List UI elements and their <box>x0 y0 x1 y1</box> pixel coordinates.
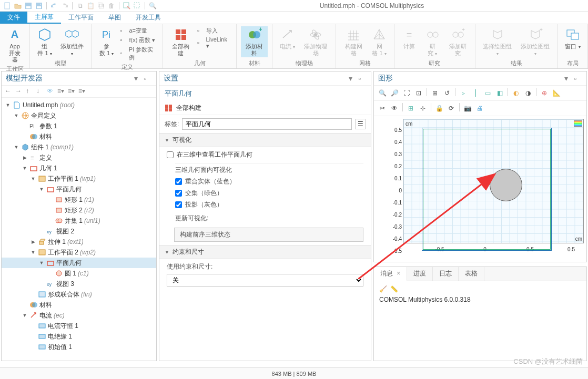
tree-show-icon[interactable]: 👁 <box>47 87 55 96</box>
tree-node[interactable]: ▼平面几何 <box>2 258 156 268</box>
tab-table[interactable]: 表格 <box>459 267 484 281</box>
tree-node[interactable]: ▼组件 1(comp1) <box>2 142 156 152</box>
ribbon-build-all[interactable]: 全部构建 <box>167 26 194 57</box>
zoom-ext-icon[interactable]: ⊡ <box>413 88 424 98</box>
tree-node[interactable]: 材料 <box>2 300 156 310</box>
snap-icon[interactable]: ⊕ <box>539 88 550 98</box>
find-icon[interactable]: 🔍 <box>148 2 157 10</box>
tree-prev-icon[interactable]: ← <box>5 87 13 96</box>
lock-icon[interactable]: 🔒 <box>434 103 444 114</box>
tree-node[interactable]: xy视图 3 <box>2 279 156 289</box>
tab-home[interactable]: 主屏幕 <box>27 12 61 24</box>
delete-icon[interactable]: 🗑 <box>107 2 116 10</box>
build-all-label[interactable]: 全部构建 <box>176 104 201 112</box>
zoom-sel-icon[interactable] <box>133 2 141 10</box>
axes-icon[interactable]: ⊹ <box>418 103 428 114</box>
light-icon[interactable]: ◐ <box>511 88 521 98</box>
open-icon[interactable] <box>14 2 22 10</box>
ribbon-small-pi-s[interactable]: ▫Pi 参数实例 <box>119 45 158 62</box>
ribbon-calc[interactable]: =计算 <box>399 26 420 51</box>
ribbon-small-import[interactable]: ▫导入 <box>196 26 232 35</box>
ribbon-plot-add[interactable]: +添加绘图组 ▾ <box>518 26 553 57</box>
new-icon[interactable] <box>3 2 12 10</box>
tree-node[interactable]: 形成联合体(fin) <box>2 289 156 300</box>
tree-node[interactable]: 材料 <box>2 131 156 142</box>
tree-opt3-icon[interactable]: ≡▾ <box>78 87 87 96</box>
tree-node[interactable]: 矩形 1(r1) <box>2 194 156 205</box>
chk-solid[interactable]: 重合实体（蓝色） <box>175 177 363 186</box>
ribbon-cubes[interactable]: 添加组件 ▾ <box>57 26 87 57</box>
tree-down-icon[interactable]: ↓ <box>36 87 45 96</box>
chk-intersection[interactable]: 交集（绿色） <box>175 189 363 198</box>
tree-node[interactable]: ▼工作平面 1(wp1) <box>2 173 156 184</box>
tree-opt1-icon[interactable]: ≡▾ <box>57 87 66 96</box>
undo-icon[interactable] <box>50 2 58 10</box>
settings-pin-icon[interactable]: ▫ <box>358 74 367 83</box>
print-icon[interactable]: 🖨 <box>474 103 485 114</box>
ribbon-cube-blue[interactable]: 组件 1 ▾ <box>34 26 55 57</box>
tree-node[interactable]: 圆 1(c1) <box>2 268 156 279</box>
hide-icon[interactable]: 👁 <box>389 103 400 114</box>
tree-node[interactable]: 矩形 2(r2) <box>2 205 156 216</box>
gfx-menu-icon[interactable]: ▾ <box>564 74 573 83</box>
tree-node[interactable]: ▼工作平面 2(wp2) <box>2 247 156 258</box>
copy-icon[interactable]: ⧉ <box>76 2 84 10</box>
update-vis-button[interactable]: 构建前序三维状态 <box>174 228 363 242</box>
paste-icon[interactable]: 📋 <box>86 2 95 10</box>
section-constraints[interactable]: ▼约束和尺寸 <box>159 245 371 259</box>
tab-file[interactable]: 文件 <box>0 12 27 24</box>
dup-icon[interactable]: ⿻ <box>97 2 105 10</box>
ribbon-app-a[interactable]: AApp开发器 <box>4 26 25 64</box>
tree-node[interactable]: ▼电流(ec) <box>2 310 156 321</box>
broom-icon[interactable]: 🧹 <box>379 285 387 293</box>
tree-next-icon[interactable]: → <box>15 87 24 96</box>
sel-edge-icon[interactable]: ⎮ <box>470 88 481 98</box>
trans-icon[interactable]: ◑ <box>523 88 533 98</box>
section-visualization[interactable]: ▼可视化 <box>159 133 371 147</box>
ribbon-small-fx[interactable]: ▫f(x) 函数 ▾ <box>119 36 158 45</box>
tree-node[interactable]: ▶拉伸 1(ext1) <box>2 237 156 247</box>
refresh-icon[interactable]: ⟳ <box>446 103 457 114</box>
tab-devtools[interactable]: 开发工具 <box>128 12 168 24</box>
sel-face-icon[interactable]: ▭ <box>482 88 493 98</box>
ribbon-add-mat[interactable]: +添加材料 <box>241 26 268 57</box>
model-tree[interactable]: ▼Untitled.mph(root)▼全局定义Pi参数 1材料▼组件 1(co… <box>2 98 156 361</box>
panel-pin-icon[interactable]: ▫ <box>144 74 152 83</box>
tree-node[interactable]: 初始值 1 <box>2 342 156 352</box>
zoom-in-icon[interactable]: 🔍 <box>377 88 388 98</box>
tab-sketch[interactable]: 草图 <box>101 12 128 24</box>
tree-node[interactable]: Pi参数 1 <box>2 121 156 131</box>
clip-icon[interactable]: ✂ <box>377 103 388 114</box>
tree-node[interactable]: ▼全局定义 <box>2 110 156 121</box>
ribbon-mesh-tri[interactable]: 网格 1 ▾ <box>369 26 390 57</box>
ribbon-pi[interactable]: Pi参数 1 ▾ <box>96 26 117 57</box>
tag-edit-icon[interactable]: ☰ <box>355 119 366 129</box>
ribbon-study[interactable]: 研究 ▾ <box>422 26 443 57</box>
redo-icon[interactable] <box>60 2 69 10</box>
ribbon-small-var[interactable]: ▫a=变量 <box>119 26 158 35</box>
tab-messages[interactable]: 消息 × <box>374 267 407 281</box>
tag-input[interactable] <box>182 118 352 130</box>
ribbon-mesh[interactable]: 构建网格 <box>340 26 367 57</box>
ruler-icon[interactable]: 📏 <box>390 285 398 293</box>
tab-progress[interactable]: 进度 <box>407 267 433 281</box>
ribbon-current[interactable]: 电流 ▾ <box>277 26 298 51</box>
ribbon-add-phys[interactable]: 添加物理场 <box>300 26 331 57</box>
tree-node[interactable]: ▼几何 1 <box>2 163 156 173</box>
cs-select[interactable]: 关 <box>167 274 363 286</box>
view-xy-icon[interactable]: ⊞ <box>430 88 440 98</box>
zoom-out-icon[interactable]: 🔎 <box>389 88 400 98</box>
grid-icon[interactable]: ⊞ <box>405 103 416 114</box>
sel-point-icon[interactable]: ▹ <box>458 88 469 98</box>
tree-node[interactable]: 电流守恒 1 <box>2 321 156 331</box>
tab-log[interactable]: 日志 <box>433 267 459 281</box>
chk-view3d[interactable]: 在三维中查看工作平面几何 <box>167 150 363 159</box>
ribbon-windows[interactable]: 窗口 ▾ <box>562 26 583 51</box>
ribbon-add-study[interactable]: +添加研究 <box>445 26 470 57</box>
tab-workplane[interactable]: 工作平面 <box>61 12 101 24</box>
zoom-box-icon[interactable]: ⛶ <box>401 88 412 98</box>
tree-node[interactable]: xy视图 2 <box>2 226 156 237</box>
settings-menu-icon[interactable]: ▾ <box>349 74 357 83</box>
ribbon-small-livelink[interactable]: ▫LiveLink ▾ <box>196 36 232 50</box>
saveas-icon[interactable] <box>35 2 43 10</box>
